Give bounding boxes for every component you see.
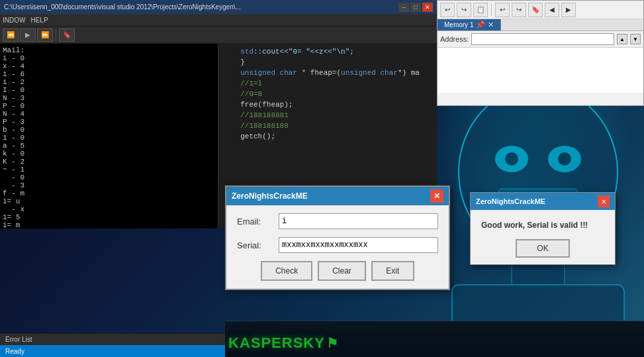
code-line-4: //0=8	[232, 89, 434, 99]
email-label: Email:	[237, 217, 273, 227]
code-line-1: }	[232, 57, 434, 68]
console-output: Mail: i - 0 x - 4 1 - 6 i - 2 I - 0 N - …	[0, 44, 218, 229]
memory-tabs: Memory 1 📌 ✕	[437, 19, 643, 31]
buttons-row: Check Clear Exit	[237, 261, 438, 281]
vs-title: C:\Users\isenn_000\documents\visual stud…	[4, 3, 398, 11]
maximize-button[interactable]: □	[410, 3, 421, 12]
code-line-6: //188188881	[232, 110, 434, 121]
console-line-9: P - 3	[3, 118, 215, 126]
window-controls: – □ ✕	[398, 3, 433, 12]
memory-tab-label: Memory 1	[444, 21, 473, 28]
console-line-1: i - 0	[3, 54, 215, 62]
console-line-11: 1 - 0	[3, 134, 215, 142]
code-line-3: //1=l	[232, 78, 434, 89]
toolbar-btn-2[interactable]: ▶	[20, 28, 36, 42]
code-line-5: free(fheap);	[232, 99, 434, 110]
address-next-btn[interactable]: ▼	[630, 34, 641, 44]
success-dialog: ZeroNightsCrackME ✕ Good work, Serial is…	[470, 192, 616, 265]
memory-toolbar: ↩ ↪ 📋 ↩ ↪ 🔖 ◀ ▶	[437, 1, 643, 19]
console-line-2: x - 4	[3, 62, 215, 70]
console-line-15: ~ - 1	[3, 166, 215, 174]
console-line-3: 1 - 6	[3, 70, 215, 78]
console-line-4: i - 2	[3, 78, 215, 86]
vs-titlebar: C:\Users\isenn_000\documents\visual stud…	[0, 0, 437, 15]
console-line-14: K - 2	[3, 158, 215, 166]
code-line-2: unsigned char * fheap=(unsigned char*) m…	[232, 68, 434, 78]
console-line-13: k - 0	[3, 150, 215, 158]
memory-toolbar-btn-3[interactable]: 📋	[473, 3, 488, 17]
kaspersky-logo: KASPERSKY	[228, 334, 325, 352]
code-line-0: std::cout<<"0= "<<z<<"\n";	[232, 46, 434, 57]
check-button[interactable]: Check	[261, 261, 312, 281]
ok-btn-row: OK	[481, 239, 604, 258]
serial-label: Serial:	[237, 240, 273, 250]
vs-toolbar: ⏪ ▶ ⏩ 🔖	[0, 26, 437, 44]
memory-tab-close[interactable]: ✕	[488, 21, 494, 29]
memory-toolbar-btn-4[interactable]: ↩	[495, 3, 510, 17]
memory-toolbar-btn-7[interactable]: ◀	[545, 3, 559, 17]
memory-toolbar-btn-2[interactable]: ↪	[457, 3, 471, 17]
memory-toolbar-btn-8[interactable]: ▶	[561, 3, 576, 17]
success-title: ZeroNightsCrackME	[476, 197, 545, 205]
clear-button[interactable]: Clear	[318, 261, 366, 281]
code-line-8: getch();	[232, 131, 434, 142]
svg-point-4	[558, 152, 571, 166]
menu-help[interactable]: HELP	[30, 17, 48, 24]
memory-content	[437, 48, 643, 93]
crackme-body: Email: Serial: Check Clear Exit	[226, 205, 449, 289]
console-line-6: N - 3	[3, 94, 215, 102]
toolbar-sep	[56, 29, 56, 41]
kaspersky-section: KASPERSKY ⚑	[228, 334, 338, 352]
ok-button[interactable]: OK	[516, 239, 569, 258]
minimize-button[interactable]: –	[398, 3, 409, 12]
address-input[interactable]	[471, 33, 614, 45]
console-line-20: - x	[3, 205, 215, 213]
email-row: Email:	[237, 213, 438, 229]
address-prev-btn[interactable]: ▲	[617, 34, 627, 44]
memory-address-bar: Address: ▲ ▼	[437, 31, 643, 48]
error-list-bar: Error List	[0, 333, 225, 345]
console-line-21: 1= 5	[3, 213, 215, 221]
memory-tab-pin[interactable]: 📌	[476, 21, 485, 29]
memory-panel: ↩ ↪ 📋 ↩ ↪ 🔖 ◀ ▶ Memory 1 📌 ✕ Address: ▲ …	[437, 0, 644, 106]
svg-point-3	[505, 152, 518, 166]
status-text: Ready	[5, 348, 24, 355]
console-line-17: - 3	[3, 181, 215, 189]
crackme-dialog: ZeroNightsCrackME ✕ Email: Serial: Check…	[225, 185, 450, 290]
toolbar-btn-1[interactable]: ⏪	[3, 28, 19, 42]
console-line-18: f - m	[3, 189, 215, 197]
console-line-16: - 0	[3, 174, 215, 181]
console-line-12: a - 5	[3, 142, 215, 150]
serial-input[interactable]	[279, 237, 438, 253]
success-message: Good work, Serial is valid !!!	[481, 221, 604, 230]
memory-tab-1[interactable]: Memory 1 📌 ✕	[437, 19, 501, 30]
success-titlebar: ZeroNightsCrackME ✕	[471, 193, 615, 210]
exit-button[interactable]: Exit	[371, 261, 414, 281]
close-button[interactable]: ✕	[422, 3, 433, 12]
console-line-8: N - 4	[3, 110, 215, 118]
crackme-title: ZeroNightsCrackME	[232, 191, 308, 201]
toolbar-btn-4[interactable]: 🔖	[59, 28, 75, 42]
crackme-titlebar: ZeroNightsCrackME ✕	[226, 187, 449, 205]
crackme-close-button[interactable]: ✕	[430, 189, 443, 203]
console-line-19: i= u	[3, 197, 215, 205]
code-line-7: //188188188	[232, 121, 434, 131]
console-line-10: b - 0	[3, 126, 215, 134]
success-body: Good work, Serial is valid !!! OK	[471, 210, 615, 264]
console-line-5: I - 0	[3, 86, 215, 94]
kaspersky-flag: ⚑	[326, 335, 338, 351]
toolbar-btn-3[interactable]: ⏩	[37, 28, 53, 42]
error-list-label: Error List	[5, 336, 32, 343]
console-line-22: i= m	[3, 221, 215, 229]
vs-menubar: INDOW HELP	[0, 15, 437, 26]
memory-toolbar-sep	[491, 4, 492, 16]
memory-toolbar-btn-1[interactable]: ↩	[440, 3, 455, 17]
memory-toolbar-btn-5[interactable]: ↪	[512, 3, 526, 17]
memory-toolbar-btn-6[interactable]: 🔖	[528, 3, 543, 17]
menu-indow[interactable]: INDOW	[3, 17, 25, 24]
email-input[interactable]	[279, 213, 438, 229]
console-line-7: P - 0	[3, 102, 215, 110]
vs-statusbar: Ready	[0, 345, 225, 357]
address-label: Address:	[440, 35, 469, 43]
success-close-button[interactable]: ✕	[598, 195, 610, 207]
